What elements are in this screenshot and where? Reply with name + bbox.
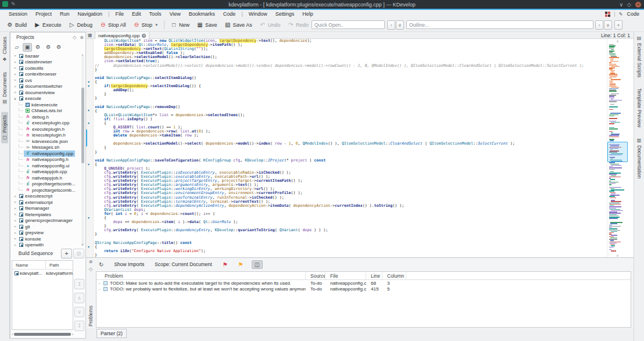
move-top-button[interactable]: ↥ [74,279,84,289]
scope-current-document-button[interactable]: Scope: Current Document [152,261,214,268]
redo-button[interactable]: ↷Redo [284,20,312,30]
menu-run[interactable]: Run [56,11,74,17]
tree-scrollbar[interactable] [81,56,84,245]
chevron-right-icon[interactable]: > [13,78,17,82]
scroll-down-icon[interactable]: ∨ [80,242,85,246]
move-up-button[interactable]: ∧ [74,293,84,303]
pin-location-button[interactable]: ⌖ [614,20,622,30]
tree-item-executeplugin-h[interactable]: hexecuteplugin.h [10,126,81,132]
stop-button[interactable]: ⊖Stop▼ [130,20,162,30]
problem-row[interactable]: –TODO: we probably want to flexibilize, … [96,286,631,293]
column-header-source[interactable]: Source [306,272,325,279]
chevron-down-icon[interactable]: ∨ [13,96,17,100]
tab-parser[interactable]: Parser (2) [96,329,127,338]
tree-item-executeplugin-cpp[interactable]: c̈executeplugin.cpp [10,120,81,127]
menu-navigation[interactable]: Navigation [74,11,107,17]
tree-item-projecttargetscomb-[interactable]: hprojecttargetscomb... [10,187,81,193]
locate-document-button[interactable]: ▱ [12,43,22,52]
chevron-right-icon[interactable]: > [13,60,17,64]
minimap-up-icon[interactable]: ∧ [607,39,628,43]
chevron-right-icon[interactable]: > [13,73,17,76]
fold-marker[interactable]: ▾ [88,163,90,167]
flag-red-button[interactable]: ⚑ [220,261,230,268]
move-down-button[interactable]: ∨ [74,307,84,317]
tree-item-execute[interactable]: ∨execute [10,96,81,102]
sidebar-tab-projects[interactable]: ▢Projects [1,112,8,143]
tree-item-openwith[interactable]: >openwith [10,242,81,248]
tab-nativeappconfig[interactable]: nativeappconfig.cpp × [95,32,149,39]
minimize-icon[interactable]: ∨ [619,2,623,8]
tree-item-Messages-sh[interactable]: ≫Messages.sh [10,145,81,151]
chevron-right-icon[interactable]: > [13,225,17,228]
tree-item-grepview[interactable]: >grepview [10,230,81,236]
fold-marker[interactable]: ▾ [88,84,90,88]
fold-marker[interactable]: ▾ [88,216,90,220]
undo-button[interactable]: ↶Undo [256,20,284,30]
dock-tab-external-scripts[interactable]: ▤External Scripts [636,34,643,79]
area-switcher-code[interactable]: Code [627,11,639,17]
menu-edit[interactable]: Edit [128,11,145,17]
chevron-right-icon[interactable]: > [13,66,17,70]
forward-button[interactable]: › [595,20,603,30]
forward-caret-button[interactable]: ∨ [604,20,612,30]
tree-item-documentswitcher[interactable]: >documentswitcher [10,84,81,90]
tree-item-debug-h[interactable]: hdebug.h [10,114,81,120]
column-header-column[interactable]: Column [382,272,406,279]
minimap-viewport[interactable] [607,142,628,163]
fold-marker[interactable]: ▾ [88,121,90,125]
scroll-left-icon[interactable]: ‹ [12,332,13,336]
tree-item-nativeappjob-h[interactable]: hnativeappjob.h [10,175,81,181]
tree-item-kdevexecute-json[interactable]: ≫kdevexecute.json [10,138,81,145]
tree-item-projecttargetscomb-[interactable]: c̈projecttargetscomb... [10,181,81,188]
tree-item-documentview[interactable]: >documentview [10,89,81,96]
chevron-right-icon[interactable]: > [13,85,17,88]
maximize-icon[interactable]: ◇ [627,2,631,8]
chevron-right-icon[interactable]: > [13,213,17,216]
problem-row[interactable]: –TODO: Make sure to auto-add the executa… [96,280,631,286]
close-tab-icon[interactable]: × [142,34,146,38]
tree-item-filemanager[interactable]: >filemanager [10,206,81,212]
tree-item-nativeappjob-cpp[interactable]: c̈nativeappjob.cpp [10,169,81,175]
scroll-right-icon[interactable]: › [72,332,73,336]
debug-button[interactable]: ▷Debug [65,20,96,30]
quick-open-input[interactable] [312,20,385,29]
column-header-problem[interactable]: Problem [96,272,306,279]
save-as-button[interactable]: ▧Save As [221,20,256,30]
fold-margin[interactable]: ▾▾▾▾▾▾▾ [86,39,94,257]
float-icon[interactable]: ◇ [89,267,92,272]
chevron-right-icon[interactable]: > [13,195,17,198]
outline-input[interactable] [406,20,593,29]
tree-item-cvs[interactable]: >cvs [10,77,81,84]
save-button[interactable]: ▦Save [193,20,221,30]
stop-all-button[interactable]: ⊖Stop All [96,20,130,30]
menu-help[interactable]: Help [298,11,317,17]
column-header-file[interactable]: File [325,272,366,279]
build-sequence-row[interactable]: kdevplatf...kdevplatform [12,270,73,277]
tree-item-codeutils[interactable]: >codeutils [10,65,81,71]
back-caret-button[interactable]: ∨ [396,20,404,30]
problems-dock-label[interactable]: Problems [87,288,94,326]
tree-item-contextbrowser[interactable]: >contextbrowser [10,71,81,78]
chevron-right-icon[interactable]: > [13,91,17,94]
dock-tab-documentation[interactable]: ▥Documentation [636,137,643,180]
tree-item-nativeappconfig-h[interactable]: hnativeappconfig.h [10,157,81,163]
build-button[interactable]: ⚙Build [3,20,30,30]
chevron-right-icon[interactable]: > [13,243,17,247]
menu-window[interactable]: Window [245,11,271,17]
chevron-right-icon[interactable]: > [13,237,17,241]
close-icon[interactable]: × [635,2,641,8]
dock-tab-template-preview[interactable]: Template Preview [636,87,643,128]
menu-view[interactable]: View [165,11,184,17]
chevron-right-icon[interactable]: > [13,231,17,235]
remove-from-build-sequence-button[interactable]: ⊘ [73,249,84,259]
fold-marker[interactable]: ▾ [88,245,90,249]
tree-item-kdevexecute[interactable]: kdevexecute [10,102,81,108]
tree-item-genericprojectmanager[interactable]: >genericprojectmanager [10,218,81,224]
menu-tools[interactable]: Tools [145,11,165,17]
float-icon[interactable]: ◇ [71,35,78,40]
build-settings-button[interactable]: ⚙ [33,43,42,52]
new-button[interactable]: □New [167,20,193,30]
sidebar-tab-classes[interactable]: ❖Classes [1,34,8,64]
menu-code[interactable]: Code [219,11,240,17]
fold-marker[interactable]: ▾ [88,80,90,84]
